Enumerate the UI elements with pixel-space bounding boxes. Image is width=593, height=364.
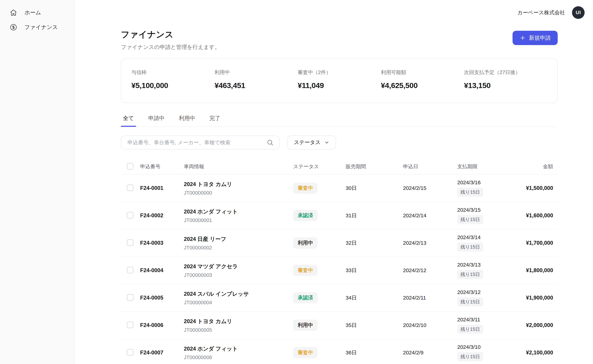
page-header: ファイナンス ファイナンスの申請と管理を行えます。 新規申請 — [121, 29, 558, 51]
sidebar-item-label: ホーム — [25, 9, 41, 16]
payment-due-cell: 2024/3/14 残り15日 — [457, 234, 506, 252]
status-cell: 審査中 — [293, 265, 346, 276]
select-all-checkbox[interactable] — [127, 163, 134, 169]
table-row[interactable]: F24-0005 2024 スバル インプレッサ JT00000004 承認済 … — [121, 284, 558, 312]
table-row[interactable]: F24-0002 2024 ホンダ フィット JT00000001 承認済 31… — [121, 202, 558, 229]
payment-due-cell: 2024/3/13 残り15日 — [457, 262, 506, 279]
status-cell: 承認済 — [293, 292, 346, 303]
tab-done[interactable]: 完了 — [208, 115, 222, 126]
days-remaining-chip: 残り15日 — [457, 325, 483, 334]
home-icon — [10, 9, 17, 16]
header-payment-due: 支払期限 — [457, 163, 506, 170]
payment-due-date: 2024/3/11 — [457, 317, 506, 323]
application-id: F24-0003 — [140, 240, 184, 246]
sales-period: 36日 — [346, 349, 403, 356]
sidebar-item-finance[interactable]: ファイナンス — [0, 20, 74, 35]
sales-period: 35日 — [346, 322, 403, 329]
tab-all[interactable]: 全て — [121, 115, 136, 126]
status-cell: 承認済 — [293, 210, 346, 221]
table-header: 申込番号 車両情報 ステータス 販売期間 申込日 支払期限 金額 — [121, 159, 558, 175]
header-application-date: 申込日 — [403, 163, 457, 170]
row-checkbox[interactable] — [127, 294, 134, 301]
row-checkbox[interactable] — [127, 322, 134, 328]
payment-due-date: 2024/3/13 — [457, 262, 506, 268]
amount: ¥1,600,000 — [506, 212, 558, 219]
days-remaining-chip: 残り15日 — [457, 188, 483, 197]
sales-period: 34日 — [346, 294, 403, 301]
vehicle-cell: 2024 ホンダ フィット JT00000001 — [184, 208, 293, 223]
chevron-down-icon — [324, 140, 329, 145]
days-remaining-chip: 残り15日 — [457, 270, 483, 279]
vehicle-vin: JT00000006 — [184, 355, 293, 360]
days-remaining-chip: 残り15日 — [457, 297, 483, 306]
vehicle-vin: JT00000002 — [184, 245, 293, 251]
sidebar-item-label: ファイナンス — [25, 24, 58, 31]
company-name: カーベース株式会社 — [518, 9, 565, 16]
tab-applying[interactable]: 申請中 — [146, 115, 167, 126]
vehicle-name: 2024 トヨタ カムリ — [184, 181, 293, 188]
avatar-initials: UI — [576, 10, 581, 15]
amount: ¥2,000,000 — [506, 322, 558, 328]
vehicle-name: 2024 日産 リーフ — [184, 235, 293, 243]
plus-icon — [519, 35, 526, 41]
row-checkbox[interactable] — [127, 267, 134, 273]
topbar: カーベース株式会社 UI — [75, 0, 593, 19]
table-row[interactable]: F24-0001 2024 トヨタ カムリ JT00000000 審査中 30日… — [121, 175, 558, 202]
vehicle-name: 2024 トヨタ カムリ — [184, 318, 293, 325]
row-checkbox[interactable] — [127, 212, 134, 219]
table-row[interactable]: F24-0007 2024 ホンダ フィット JT00000006 審査中 36… — [121, 339, 558, 364]
vehicle-vin: JT00000000 — [184, 190, 293, 196]
days-remaining-chip: 残り15日 — [457, 215, 483, 224]
stat-label: 次回支払予定（27日後） — [464, 69, 547, 76]
sales-period: 31日 — [346, 212, 403, 219]
vehicle-vin: JT00000004 — [184, 300, 293, 306]
row-checkbox[interactable] — [127, 184, 134, 191]
table-body: F24-0001 2024 トヨタ カムリ JT00000000 審査中 30日… — [121, 175, 558, 364]
status-cell: 審査中 — [293, 347, 346, 358]
filter-row: ステータス — [121, 136, 558, 150]
stat-available: 利用可能額 ¥4,625,500 — [381, 69, 464, 90]
stat-label: 利用中 — [215, 69, 297, 76]
sales-period: 32日 — [346, 240, 403, 247]
status-filter-button[interactable]: ステータス — [287, 136, 336, 150]
stat-label: 利用可能額 — [381, 69, 464, 76]
search-input[interactable] — [121, 136, 280, 150]
payment-due-date: 2024/3/10 — [457, 344, 506, 350]
table-row[interactable]: F24-0003 2024 日産 リーフ JT00000002 利用中 32日 … — [121, 229, 558, 257]
amount: ¥1,500,000 — [506, 185, 558, 191]
sales-period: 33日 — [346, 267, 403, 274]
vehicle-vin: JT00000001 — [184, 217, 293, 223]
new-application-button[interactable]: 新規申請 — [512, 31, 558, 45]
vehicle-name: 2024 マツダ アクセラ — [184, 263, 293, 270]
applications-table: 申込番号 車両情報 ステータス 販売期間 申込日 支払期限 金額 F24-000… — [121, 159, 558, 364]
payment-due-cell: 2024/3/12 残り15日 — [457, 289, 506, 306]
application-id: F24-0001 — [140, 185, 184, 191]
payment-due-cell: 2024/3/11 残り15日 — [457, 317, 506, 334]
sales-period: 30日 — [346, 185, 403, 192]
tab-in-use[interactable]: 利用中 — [177, 115, 197, 126]
amount: ¥2,100,000 — [506, 350, 558, 356]
sidebar: ホーム ファイナンス — [0, 0, 75, 364]
application-date: 2024/2/9 — [403, 350, 457, 356]
status-filter-label: ステータス — [294, 139, 321, 146]
amount: ¥1,700,000 — [506, 240, 558, 246]
stat-value: ¥11,049 — [298, 81, 381, 90]
payment-due-date: 2024/3/12 — [457, 289, 506, 295]
payment-due-cell: 2024/3/16 残り15日 — [457, 180, 506, 197]
sidebar-item-home[interactable]: ホーム — [0, 5, 74, 20]
new-application-label: 新規申請 — [529, 34, 551, 42]
row-checkbox[interactable] — [127, 239, 134, 246]
stat-label: 与信枠 — [131, 69, 215, 76]
status-cell: 利用中 — [293, 237, 346, 248]
row-checkbox[interactable] — [127, 349, 134, 356]
table-row[interactable]: F24-0006 2024 トヨタ カムリ JT00000005 利用中 35日… — [121, 312, 558, 339]
stat-under-review: 審査中（2件） ¥11,049 — [298, 69, 381, 90]
application-date: 2024/2/11 — [403, 295, 457, 301]
status-cell: 審査中 — [293, 182, 346, 194]
days-remaining-chip: 残り15日 — [457, 242, 483, 252]
table-row[interactable]: F24-0004 2024 マツダ アクセラ JT00000003 審査中 33… — [121, 257, 558, 284]
avatar[interactable]: UI — [572, 6, 585, 19]
vehicle-vin: JT00000005 — [184, 327, 293, 333]
header-application-id: 申込番号 — [140, 163, 184, 170]
status-badge: 審査中 — [293, 182, 317, 194]
